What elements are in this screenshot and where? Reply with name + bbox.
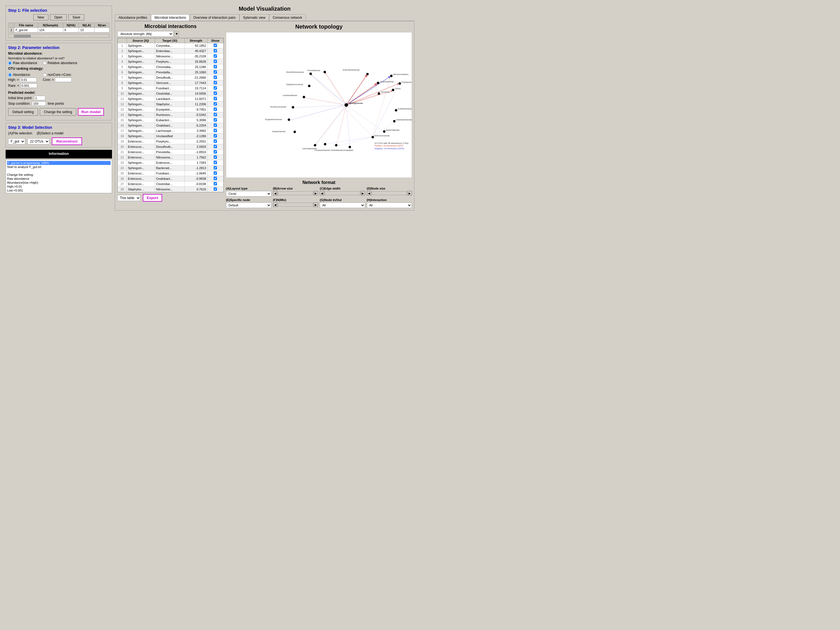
relative-abundance-radio[interactable]: Relative abundance bbox=[43, 61, 77, 65]
chromatiales-node[interactable] bbox=[392, 89, 394, 91]
row-show[interactable] bbox=[207, 134, 223, 139]
lactobacillaceae-node[interactable] bbox=[303, 96, 305, 98]
tab-microbial-interactions[interactable]: Microbial interactions bbox=[151, 14, 190, 21]
node-size-right[interactable]: ▶ bbox=[407, 191, 412, 196]
corynebacteriaceae-node[interactable] bbox=[377, 82, 379, 84]
tab-consensus-network[interactable]: Consensus network bbox=[269, 14, 306, 21]
export-button[interactable]: Export bbox=[143, 194, 162, 202]
row-show[interactable] bbox=[207, 81, 223, 86]
edge-width-slider[interactable] bbox=[325, 191, 360, 195]
row-show[interactable] bbox=[207, 123, 223, 128]
eubacteriaceae-node[interactable] bbox=[294, 131, 296, 133]
row-show[interactable] bbox=[207, 54, 223, 59]
reconstruct-button[interactable]: Reconstruct bbox=[52, 137, 82, 145]
table-row: 25 Enterococ... Fusobact... -1.0645 bbox=[118, 171, 223, 176]
strength-selector[interactable]: Absolute strength: |Mij| bbox=[117, 31, 173, 37]
tab-overview-interaction-pairs[interactable]: Overview of interaction pairs bbox=[189, 14, 239, 21]
enterobacteriaceae-node[interactable] bbox=[366, 73, 369, 75]
default-setting-button[interactable]: Default setting bbox=[8, 108, 38, 116]
porphyromonadaceae-node[interactable] bbox=[398, 82, 401, 85]
row-show[interactable] bbox=[207, 150, 223, 155]
row-show[interactable] bbox=[207, 166, 223, 171]
staphylococcaceae-node[interactable] bbox=[308, 85, 311, 87]
node-size-left[interactable]: ◀ bbox=[367, 191, 371, 196]
tab-abundance-profiles[interactable]: Abundance profiles bbox=[115, 14, 151, 21]
sphingomonas-node[interactable] bbox=[344, 103, 348, 107]
row-show[interactable] bbox=[207, 70, 223, 75]
row-show[interactable] bbox=[207, 155, 223, 160]
arrow-size-left[interactable]: ◀ bbox=[273, 191, 278, 196]
row-show[interactable] bbox=[207, 182, 223, 187]
fmls-right[interactable]: ▶ bbox=[314, 202, 318, 207]
row-show[interactable] bbox=[207, 43, 223, 49]
row-show[interactable] bbox=[207, 118, 223, 123]
open-button[interactable]: Open bbox=[50, 14, 66, 21]
node-inout-select[interactable]: All bbox=[320, 202, 365, 208]
row-show[interactable] bbox=[207, 86, 223, 91]
prevotellaceae-node[interactable] bbox=[324, 71, 326, 73]
interaction-select[interactable]: All bbox=[367, 202, 412, 208]
node-size-slider[interactable] bbox=[372, 191, 407, 195]
row-source: Sphingom... bbox=[126, 134, 155, 139]
row-show[interactable] bbox=[207, 107, 223, 112]
bacteroidaceae-node[interactable] bbox=[383, 130, 385, 133]
abundance-radio[interactable]: Abundance: bbox=[8, 73, 37, 77]
row-source: Enterococ... bbox=[126, 171, 155, 176]
row-show[interactable] bbox=[207, 49, 223, 54]
row-show[interactable] bbox=[207, 102, 223, 107]
rare-input[interactable] bbox=[21, 84, 37, 88]
fmls-left[interactable]: ◀ bbox=[273, 202, 278, 207]
verrucomicraceae-node[interactable] bbox=[378, 92, 380, 95]
export-dropdown[interactable]: This table bbox=[117, 195, 141, 201]
change-setting-button[interactable]: Change the setting bbox=[40, 108, 76, 116]
row-show[interactable] bbox=[207, 112, 223, 118]
ruminococcaceae-node[interactable] bbox=[292, 106, 294, 109]
oxalobacteraceae-node[interactable] bbox=[393, 120, 396, 123]
ectothiorhodospiraceae-node[interactable] bbox=[395, 109, 397, 112]
core-input[interactable] bbox=[55, 77, 72, 82]
noncore-radio[interactable]: nonCore->Core: bbox=[43, 73, 72, 77]
fusobacteriaceae-node[interactable] bbox=[324, 143, 327, 145]
edge-width-left[interactable]: ◀ bbox=[320, 191, 324, 196]
row-show[interactable] bbox=[207, 160, 223, 166]
row-show[interactable] bbox=[207, 187, 223, 192]
row-show[interactable] bbox=[207, 65, 223, 70]
row-show[interactable] bbox=[207, 128, 223, 134]
row-show[interactable] bbox=[207, 176, 223, 182]
run-model-button[interactable]: Run model bbox=[78, 108, 104, 116]
new-button[interactable]: New bbox=[33, 14, 49, 21]
clostridiaceae-node[interactable] bbox=[335, 144, 337, 147]
stop-input[interactable] bbox=[32, 101, 46, 106]
otu-dropdown[interactable]: 22 OTUs bbox=[27, 138, 50, 144]
horizontal-scrollbar[interactable] bbox=[8, 34, 109, 38]
row-show[interactable] bbox=[207, 171, 223, 176]
initial-input[interactable] bbox=[34, 96, 45, 100]
row-show[interactable] bbox=[207, 96, 223, 102]
nitrosomonadaceae-node[interactable] bbox=[390, 75, 393, 77]
row-show[interactable] bbox=[207, 75, 223, 81]
arrow-size-slider[interactable] bbox=[278, 191, 313, 195]
row-show[interactable] bbox=[207, 59, 223, 65]
row-show[interactable] bbox=[207, 139, 223, 144]
row-target: Oxalobact... bbox=[155, 176, 185, 182]
unclassified-node[interactable] bbox=[349, 146, 351, 148]
edge-width-right[interactable]: ▶ bbox=[361, 191, 365, 196]
strength-dropdown-arrow[interactable]: ▼ bbox=[174, 31, 179, 37]
row-show[interactable] bbox=[207, 91, 223, 96]
specific-node-select[interactable]: Default bbox=[226, 202, 271, 208]
enterococcaceae-node[interactable] bbox=[371, 136, 374, 138]
file-dropdown[interactable]: F_gut bbox=[8, 138, 25, 144]
step2-header: Step 2: Parameter selection bbox=[8, 45, 109, 50]
lachnospiraceae-node[interactable] bbox=[314, 144, 316, 147]
raw-abundance-radio[interactable]: Raw abundance bbox=[8, 61, 37, 65]
fmls-slider[interactable] bbox=[278, 203, 313, 207]
row-show[interactable] bbox=[207, 144, 223, 150]
desulfovibrionaceae-node[interactable] bbox=[309, 73, 312, 75]
save-button[interactable]: Save bbox=[68, 14, 84, 21]
interactions-table: Source (Xj) Target (Xi) Strength Show 1 … bbox=[118, 38, 223, 192]
tab-systematic-view[interactable]: Sytematic view bbox=[239, 14, 269, 21]
arrow-size-right[interactable]: ▶ bbox=[314, 191, 318, 196]
layout-type-select[interactable]: Circle bbox=[226, 191, 271, 197]
erysipelotrichaceae-node[interactable] bbox=[287, 118, 290, 121]
high-input[interactable] bbox=[20, 77, 37, 82]
